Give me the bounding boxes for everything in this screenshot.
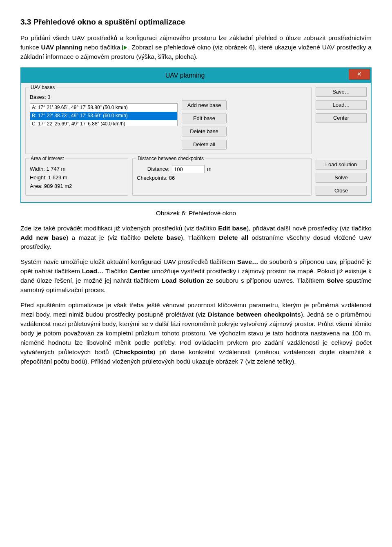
distance-label: Distance:: [137, 165, 169, 173]
list-item[interactable]: C: 17° 22' 25.69", 49° 17' 6.88" (40.0 k…: [30, 120, 177, 127]
text: Tlačítko: [103, 268, 129, 275]
aoi-area: Area: 989 891 m2: [30, 182, 124, 190]
paragraph-1: Po přidání všech UAV prostředků a konfig…: [20, 33, 372, 62]
bold-center: Center: [129, 268, 149, 275]
paragraph-3: Systém navíc umožňuje uložit aktuální ko…: [20, 257, 372, 295]
uav-bases-group: UAV bases Bases: 3 A: 17° 21' 39.65", 49…: [25, 87, 312, 154]
svg-marker-1: [124, 45, 127, 50]
paragraph-2: Zde lze také provádět modifikaci již vlo…: [20, 224, 372, 252]
text: ). Tlačítkem: [181, 234, 219, 241]
bold-uav-planning: UAV planning: [41, 44, 82, 51]
save-button[interactable]: Save…: [316, 87, 367, 97]
distance-unit: m: [207, 165, 212, 173]
bold-distance-checkpoints: Distance between checkpoints: [208, 311, 301, 318]
aoi-width: Width: 1 747 m: [30, 165, 124, 173]
bold-edit-base: Edit base: [218, 225, 247, 232]
bases-count: Bases: 3: [30, 93, 178, 101]
text: ), přidávat další nové prostředky (viz t…: [247, 225, 372, 232]
center-button[interactable]: Center: [316, 113, 367, 123]
bold-checkpoints: Checkpoints: [115, 348, 153, 355]
bold-solve: Solve: [327, 277, 343, 284]
add-new-base-button[interactable]: Add new base: [182, 100, 227, 110]
bold-delete-base: Delete base: [144, 234, 181, 241]
load-button[interactable]: Load…: [316, 100, 367, 110]
group-label: UAV bases: [29, 84, 56, 92]
bold-load-solution: Load Solution: [161, 277, 204, 284]
text: ) a mazat je (viz tlačítko: [66, 234, 144, 241]
list-item[interactable]: A: 17° 21' 39.65", 49° 17' 58.80" (50.0 …: [30, 104, 177, 112]
paragraph-4: Před spuštěním optimalizace je však třeb…: [20, 301, 372, 366]
load-solution-button[interactable]: Load solution: [316, 160, 367, 170]
play-icon: [122, 43, 128, 48]
distance-group: Distance between checkpoints Distance: 1…: [132, 158, 312, 196]
bases-listbox[interactable]: A: 17° 21' 39.65", 49° 17' 58.80" (50.0 …: [30, 103, 178, 126]
text: nebo tlačítka: [82, 44, 122, 51]
delete-all-button[interactable]: Delete all: [182, 140, 227, 150]
checkpoints-label: Checkpoints: 86: [137, 174, 175, 182]
list-item[interactable]: B: 17° 22' 38.73", 49° 17' 53.60" (60.0 …: [30, 112, 177, 120]
distance-input[interactable]: 100: [172, 165, 205, 173]
bold-save: Save…: [237, 258, 258, 265]
group-label: Distance between checkpoints: [136, 155, 205, 163]
titlebar: UAV planning ✕: [21, 68, 371, 83]
close-icon[interactable]: ✕: [349, 69, 370, 80]
delete-base-button[interactable]: Delete base: [182, 127, 227, 136]
text: ze souboru s příponou uavres. Tlačítkem: [204, 277, 327, 284]
group-label: Area of interest: [29, 155, 65, 163]
uav-planning-window: UAV planning ✕ UAV bases Bases: 3 A: 17°…: [20, 67, 372, 203]
svg-rect-0: [122, 45, 123, 50]
section-heading: 3.3 Přehledové okno a spuštění optimaliz…: [20, 16, 372, 28]
edit-base-button[interactable]: Edit base: [182, 114, 227, 123]
close-button[interactable]: Close: [316, 186, 367, 196]
aoi-height: Height: 1 629 m: [30, 174, 124, 181]
area-of-interest-group: Area of interest Width: 1 747 m Height: …: [25, 158, 128, 196]
solve-button[interactable]: Solve: [316, 173, 367, 183]
figure-caption: Obrázek 6: Přehledové okno: [20, 209, 372, 218]
text: Zde lze také provádět modifikaci již vlo…: [20, 225, 218, 232]
bold-load: Load…: [82, 268, 104, 275]
bold-delete-all: Delete all: [219, 234, 248, 241]
bold-add-new-base: Add new base: [20, 234, 66, 241]
text: Systém navíc umožňuje uložit aktuální ko…: [20, 258, 237, 265]
window-title: UAV planning: [21, 71, 349, 80]
